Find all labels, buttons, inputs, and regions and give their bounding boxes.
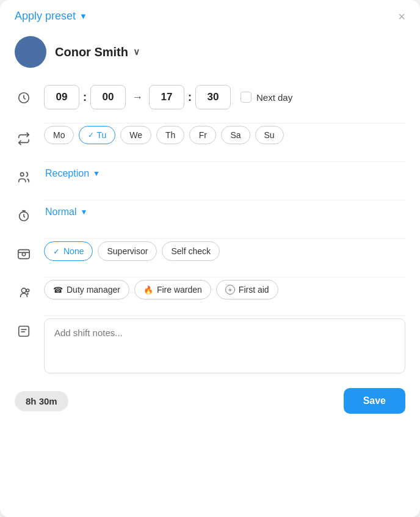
pay-self-check-label: Self check <box>171 246 211 256</box>
end-min-input[interactable]: 30 <box>195 85 231 109</box>
user-chevron-icon: ∨ <box>133 46 140 57</box>
user-name-text: Conor Smith <box>55 45 128 59</box>
shift-type-chevron-icon: ▼ <box>81 208 88 216</box>
time-row: 09 : 00 → 17 : 30 Next day <box>15 85 405 109</box>
role-row: Reception ▼ <box>15 164 405 186</box>
shift-type-label: Normal <box>45 207 77 218</box>
header-row: Apply preset ▼ × <box>15 10 405 23</box>
time-separator-2: : <box>188 91 192 104</box>
notes-content <box>44 318 405 373</box>
day-mo-button[interactable]: Mo <box>44 126 74 144</box>
role-chevron-icon: ▼ <box>93 169 100 178</box>
pay-icon <box>15 245 33 263</box>
tag-duty-manager-chip[interactable]: ☎ Duty manager <box>44 280 129 299</box>
next-day-label: Next day <box>256 92 292 103</box>
apply-preset-chevron-icon: ▼ <box>79 12 87 21</box>
fire-icon: 🔥 <box>143 285 153 295</box>
day-th-button[interactable]: Th <box>156 126 184 144</box>
notes-row <box>15 318 405 373</box>
time-content: 09 : 00 → 17 : 30 Next day <box>44 85 405 109</box>
day-sa-button[interactable]: Sa <box>221 126 250 144</box>
role-dropdown-button[interactable]: Reception ▼ <box>44 164 101 183</box>
save-button[interactable]: Save <box>344 388 405 414</box>
tag-fire-warden-label: Fire warden <box>157 285 202 295</box>
day-we-button[interactable]: We <box>120 126 151 144</box>
people-icon <box>15 168 33 186</box>
main-card: Apply preset ▼ × Conor Smith ∨ 09 : 00 →… <box>0 0 420 517</box>
pay-none-label: None <box>63 246 84 256</box>
role-label: Reception <box>45 168 89 179</box>
time-group: 09 : 00 → 17 : 30 <box>44 85 231 109</box>
time-separator-1: : <box>83 91 87 104</box>
pay-row: ✓ None Supervisor Self check <box>15 241 405 263</box>
duration-badge: 8h 30m <box>15 391 68 411</box>
apply-preset-button[interactable]: Apply preset ▼ <box>15 10 87 23</box>
repeat-icon <box>15 130 33 148</box>
pay-content: ✓ None Supervisor Self check <box>44 241 405 261</box>
start-hour-input[interactable]: 09 <box>44 85 79 109</box>
svg-point-5 <box>22 252 26 256</box>
pay-none-check-icon: ✓ <box>53 247 60 256</box>
day-fr-button[interactable]: Fr <box>189 126 216 144</box>
day-su-button[interactable]: Su <box>255 126 284 144</box>
pay-none-chip[interactable]: ✓ None <box>44 241 93 261</box>
shift-type-dropdown-button[interactable]: Normal ▼ <box>44 203 89 221</box>
role-tags-icon <box>15 284 33 302</box>
pay-supervisor-label: Supervisor <box>107 246 148 256</box>
days-content: Mo ✓ Tu We Th Fr Sa Su <box>44 126 405 144</box>
shift-type-row: Normal ▼ <box>15 203 405 225</box>
shift-notes-input[interactable] <box>44 318 405 373</box>
tag-first-aid-chip[interactable]: + First aid <box>216 280 278 299</box>
tag-duty-manager-label: Duty manager <box>67 285 120 295</box>
role-tags-content: ☎ Duty manager 🔥 Fire warden + First aid <box>44 280 405 299</box>
role-tags-row: ☎ Duty manager 🔥 Fire warden + First aid <box>15 280 405 302</box>
svg-rect-4 <box>18 250 29 259</box>
svg-point-7 <box>21 288 26 293</box>
timer-icon <box>15 207 33 225</box>
plus-icon: + <box>225 285 235 295</box>
svg-rect-11 <box>19 326 29 337</box>
pay-self-check-chip[interactable]: Self check <box>162 241 220 261</box>
phone-icon: ☎ <box>53 285 63 295</box>
pay-supervisor-chip[interactable]: Supervisor <box>98 241 157 261</box>
svg-point-8 <box>26 289 29 292</box>
apply-preset-label: Apply preset <box>15 10 76 23</box>
close-button[interactable]: × <box>398 10 405 23</box>
days-row: Mo ✓ Tu We Th Fr Sa Su <box>15 126 405 148</box>
user-row: Conor Smith ∨ <box>15 36 405 68</box>
shift-type-content: Normal ▼ <box>44 203 405 221</box>
avatar <box>15 36 46 68</box>
next-day-group: Next day <box>241 92 292 103</box>
start-min-input[interactable]: 00 <box>90 85 126 109</box>
end-hour-input[interactable]: 17 <box>149 85 184 109</box>
time-arrow-icon: → <box>132 91 143 104</box>
role-content: Reception ▼ <box>44 164 405 183</box>
day-tu-button[interactable]: ✓ Tu <box>79 126 115 144</box>
tag-fire-warden-chip[interactable]: 🔥 Fire warden <box>134 280 211 299</box>
footer-row: 8h 30m Save <box>15 388 405 414</box>
next-day-checkbox[interactable] <box>241 92 252 103</box>
notes-icon <box>15 322 33 340</box>
clock-icon <box>15 89 33 107</box>
svg-point-1 <box>21 173 24 177</box>
user-name-display[interactable]: Conor Smith ∨ <box>55 45 140 59</box>
tag-first-aid-label: First aid <box>239 285 269 295</box>
